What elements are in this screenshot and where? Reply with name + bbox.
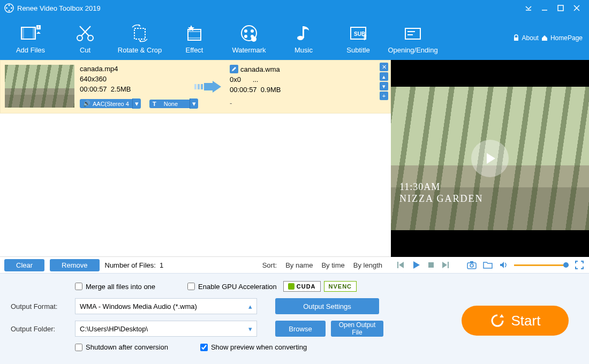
output-panel: Merge all files into one Enable GPU Acce… [0,273,589,364]
opening-ending-button[interactable]: Opening/Ending [386,16,440,60]
source-dur-size: 00:00:57 2.5MB [80,85,187,93]
homepage-link[interactable]: HomePage [541,34,583,42]
svg-point-25 [251,29,254,33]
svg-point-26 [244,35,247,38]
svg-rect-40 [204,83,213,90]
edit-output-icon[interactable] [230,65,238,73]
film-add-icon: + [19,22,42,44]
output-dash: - [230,99,232,107]
output-folder-select[interactable]: C:\Users\HP\Desktop\ ▾ [75,321,257,337]
preview-time-overlay: 11:30AM [399,181,440,193]
music-note-icon [293,22,314,44]
player-controls [391,257,589,273]
tool-label: Opening/Ending [388,46,437,54]
about-link[interactable]: About [512,34,539,42]
music-button[interactable]: Music [276,16,331,60]
start-button[interactable]: Start [462,306,569,336]
output-format-select[interactable]: WMA - Windows Media Audio (*.wma) ▴ [75,298,257,314]
maximize-icon[interactable] [553,0,569,16]
svg-rect-43 [448,262,449,268]
svg-text:T: T [363,34,367,42]
browse-button[interactable]: Browse [275,321,326,337]
source-resolution: 640x360 [80,75,187,83]
svg-point-2 [11,7,12,9]
subtitle-track-select[interactable]: T None ▾ [149,98,198,109]
cut-button[interactable]: Cut [58,16,112,60]
effect-button[interactable]: Effect [167,16,222,60]
svg-rect-36 [514,37,518,41]
sparkle-film-icon [184,22,205,44]
output-res: 0x0 ... [230,75,337,84]
tool-label: Rotate & Crop [118,46,162,54]
svg-point-1 [9,5,10,6]
item-close-icon[interactable]: ✕ [380,63,388,71]
scissors-icon [74,22,96,44]
svg-rect-7 [558,5,563,11]
output-settings-button[interactable]: Output Settings [275,298,379,314]
minimize-icon[interactable] [537,0,553,16]
titlebar: Renee Video Toolbox 2019 [0,0,589,16]
item-add-icon[interactable]: + [380,92,388,100]
tool-label: Watermark [232,46,266,54]
svg-point-16 [88,35,93,41]
show-preview-checkbox[interactable]: Show preview when converting [200,343,307,351]
folder-label: Output Folder: [11,325,70,333]
opening-ending-icon [402,22,424,44]
output-dur-size: 00:00:57 0.9MB [230,86,337,94]
sort-by-name[interactable]: By name [285,261,313,269]
home-icon [541,34,548,42]
volume-slider[interactable] [514,264,569,266]
window-title: Renee Video Toolbox 2019 [17,4,101,12]
source-name: canada.mp4 [80,65,187,73]
dropdown-window-icon[interactable] [520,0,537,16]
shutdown-checkbox[interactable]: Shutdown after conversion [75,343,168,351]
watermark-icon [238,22,260,44]
svg-point-4 [6,7,7,9]
preview-title-overlay: NIZZA GARDEN [399,193,484,204]
audio-track-select[interactable]: 🔊AAC(Stereo 4 ▾ [80,98,141,109]
tool-label: Cut [80,46,90,54]
sort-by-time[interactable]: By time [321,261,344,269]
format-label: Output Format: [11,302,70,310]
snapshot-button[interactable] [467,261,477,269]
volume-button[interactable] [499,261,508,269]
svg-rect-33 [405,28,420,39]
chevron-down-icon[interactable]: ▾ [132,98,141,109]
convert-arrow-icon [192,65,224,109]
svg-rect-20 [188,29,201,40]
rotate-crop-button[interactable]: Rotate & Crop [112,16,167,60]
svg-rect-46 [470,261,473,263]
tool-label: Music [294,46,313,54]
play-button[interactable] [411,260,421,270]
open-output-file-button[interactable]: Open Output File [331,321,383,337]
next-button[interactable] [441,261,450,269]
preview-play-button[interactable] [471,140,509,177]
refresh-icon [490,313,505,328]
remove-button[interactable]: Remove [50,259,99,271]
nvenc-badge: NVENC [324,281,357,292]
open-folder-button[interactable] [483,261,493,269]
preview-panel: 11:30AM NIZZA GARDEN [391,60,589,257]
sort-by-length[interactable]: By length [353,261,382,269]
lock-icon [512,34,520,42]
file-thumbnail [5,65,74,108]
svg-point-3 [9,10,10,12]
item-down-icon[interactable]: ▾ [380,82,388,90]
subtitle-button[interactable]: SUBT Subtitle [331,16,386,60]
fullscreen-button[interactable] [575,261,584,269]
prev-button[interactable] [396,261,405,269]
stop-button[interactable] [427,261,435,269]
chevron-up-icon: ▴ [248,302,252,310]
watermark-button[interactable]: Watermark [222,16,276,60]
svg-point-24 [244,29,247,33]
file-item[interactable]: canada.mp4 640x360 00:00:57 2.5MB 🔊AAC(S… [0,60,391,113]
close-icon[interactable] [569,0,585,16]
svg-text:+: + [37,25,40,30]
gpu-checkbox[interactable]: Enable GPU Acceleration [187,283,277,291]
add-files-button[interactable]: + Add Files [3,16,58,60]
item-up-icon[interactable]: ▴ [380,72,388,81]
clear-button[interactable]: Clear [4,259,44,271]
main-toolbar: + Add Files Cut Rotate & Crop Effect Wat… [0,16,589,60]
svg-rect-11 [21,27,24,39]
merge-checkbox[interactable]: Merge all files into one [75,283,155,291]
